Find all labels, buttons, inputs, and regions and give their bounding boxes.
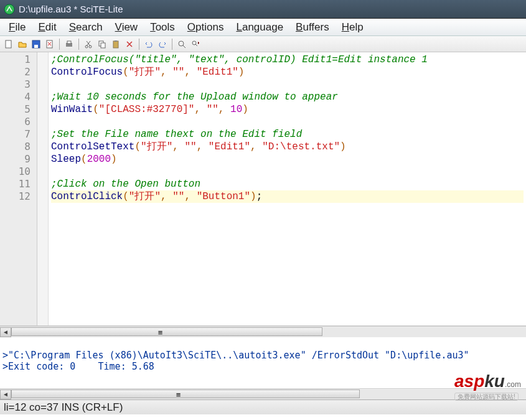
watermark-ext: .com xyxy=(505,380,521,389)
delete-icon[interactable] xyxy=(123,38,136,50)
line-number: 10 xyxy=(0,166,31,178)
status-bar: li=12 co=37 INS (CR+LF) xyxy=(0,399,526,414)
code-line[interactable]: ;Wait 10 seconds for the Upload window t… xyxy=(51,91,524,103)
fold-margin xyxy=(37,52,49,325)
watermark-logo: aspku.com 免费网站源码下载站! xyxy=(454,371,521,401)
cut-icon[interactable] xyxy=(82,38,95,50)
output-horizontal-scrollbar[interactable]: ◄ ≡ xyxy=(0,388,526,399)
output-line-2: >Exit code: 0 Time: 5.68 xyxy=(2,361,154,372)
menu-buffers[interactable]: Buffers xyxy=(289,20,336,35)
line-number: 1 xyxy=(0,54,31,66)
menu-edit[interactable]: Edit xyxy=(32,20,62,35)
watermark-text-1: asp xyxy=(454,371,484,391)
undo-icon[interactable] xyxy=(143,38,155,50)
status-text: li=12 co=37 INS (CR+LF) xyxy=(4,401,123,414)
line-number: 11 xyxy=(0,178,31,190)
paste-icon[interactable] xyxy=(110,38,122,50)
line-number: 3 xyxy=(0,78,31,91)
watermark-text-2: ku xyxy=(484,371,505,391)
code-line[interactable]: WinWait("[CLASS:#32770]", "", 10) xyxy=(51,103,524,116)
scroll-thumb[interactable]: ≡ xyxy=(11,327,322,336)
line-number: 8 xyxy=(0,141,31,153)
menu-language[interactable]: Language xyxy=(230,20,289,35)
separator xyxy=(172,39,172,50)
find-icon[interactable] xyxy=(176,38,188,50)
code-line[interactable]: ControlFocus("打开", "", "Edit1") xyxy=(51,66,524,78)
code-line[interactable] xyxy=(51,78,524,91)
line-number-gutter: 123456789101112 xyxy=(0,52,37,325)
code-line[interactable]: ;Click on the Open button xyxy=(51,178,524,190)
menu-file[interactable]: File xyxy=(2,20,32,35)
scroll-track[interactable]: ≡ xyxy=(11,390,526,399)
scroll-track[interactable]: ≡ xyxy=(11,327,526,337)
menu-view[interactable]: View xyxy=(109,20,144,35)
line-number: 6 xyxy=(0,116,31,128)
svg-rect-1 xyxy=(6,40,11,48)
code-line[interactable]: ControlClick("打开", "", "Button1"); xyxy=(51,190,524,203)
svg-rect-3 xyxy=(34,45,38,48)
output-line-1: >"C:\Program Files (x86)\AutoIt3\SciTE\.… xyxy=(2,350,469,361)
scroll-left-arrow[interactable]: ◄ xyxy=(0,327,11,337)
separator xyxy=(139,39,139,50)
line-number: 7 xyxy=(0,128,31,141)
menu-search[interactable]: Search xyxy=(63,20,109,35)
window-title: D:\upfile.au3 * SciTE-Lite xyxy=(19,4,123,14)
menu-options[interactable]: Options xyxy=(181,20,230,35)
output-pane[interactable]: >"C:\Program Files (x86)\AutoIt3\SciTE\.… xyxy=(0,337,526,388)
new-file-icon[interactable] xyxy=(2,38,15,50)
code-line[interactable]: ;ControlFocus("title", "text", controlID… xyxy=(51,54,524,66)
code-line[interactable]: ControlSetText("打开", "", "Edit1", "D:\te… xyxy=(51,141,524,153)
code-editor[interactable]: ;ControlFocus("title", "text", controlID… xyxy=(49,52,526,325)
replace-icon[interactable] xyxy=(189,38,202,50)
close-file-icon[interactable] xyxy=(44,38,56,50)
line-number: 12 xyxy=(0,190,31,203)
scroll-left-arrow[interactable]: ◄ xyxy=(0,390,11,399)
print-icon[interactable] xyxy=(63,38,75,50)
separator xyxy=(59,39,60,50)
toolbar xyxy=(0,36,526,52)
line-number: 5 xyxy=(0,103,31,116)
line-number: 9 xyxy=(0,153,31,166)
editor-horizontal-scrollbar[interactable]: ◄ ≡ xyxy=(0,326,526,337)
svg-point-13 xyxy=(179,41,184,46)
copy-icon[interactable] xyxy=(96,38,108,50)
svg-rect-12 xyxy=(115,40,117,42)
svg-rect-11 xyxy=(113,41,118,48)
open-folder-icon[interactable] xyxy=(16,38,29,50)
line-number: 2 xyxy=(0,66,31,78)
line-number: 4 xyxy=(0,91,31,103)
code-line[interactable]: Sleep(2000) xyxy=(51,153,524,166)
code-line[interactable]: ;Set the File name thext on the Edit fie… xyxy=(51,128,524,141)
code-line[interactable] xyxy=(51,166,524,178)
svg-point-0 xyxy=(4,4,14,14)
redo-icon[interactable] xyxy=(156,38,169,50)
code-line[interactable] xyxy=(51,116,524,128)
scroll-thumb[interactable]: ≡ xyxy=(11,390,360,398)
app-icon xyxy=(4,4,15,15)
separator xyxy=(78,39,79,50)
save-icon[interactable] xyxy=(30,38,42,50)
watermark-tagline: 免费网站源码下载站! xyxy=(454,393,519,401)
menu-bar: File Edit Search View Tools Options Lang… xyxy=(0,19,526,36)
title-bar: D:\upfile.au3 * SciTE-Lite xyxy=(0,0,526,19)
svg-rect-10 xyxy=(101,43,105,48)
svg-rect-6 xyxy=(67,41,71,44)
menu-help[interactable]: Help xyxy=(336,20,370,35)
menu-tools[interactable]: Tools xyxy=(144,20,181,35)
editor-pane: 123456789101112 ;ControlFocus("title", "… xyxy=(0,52,526,326)
